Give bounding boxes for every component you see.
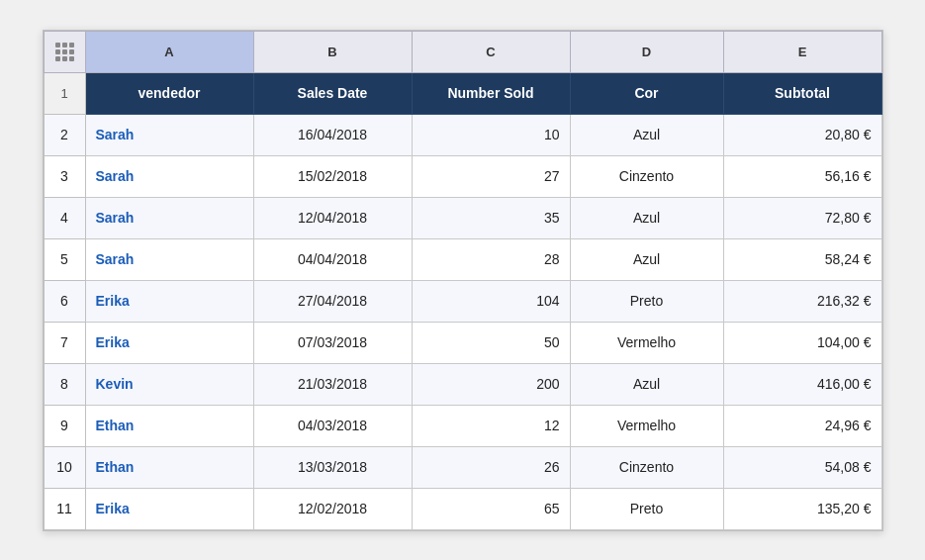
cell-vendedor[interactable]: Sarah	[85, 197, 253, 238]
cell-sales-date: 13/03/2018	[253, 446, 412, 488]
row-num: 10	[44, 446, 85, 488]
col-letter-d[interactable]: D	[570, 31, 723, 72]
cell-vendedor[interactable]: Ethan	[85, 405, 253, 446]
cell-cor: Azul	[570, 363, 723, 405]
spreadsheet: A B C D E 1 vendedor Sales Date Number S…	[43, 30, 883, 531]
row-num: 7	[44, 322, 85, 363]
col-letter-a[interactable]: A	[85, 31, 253, 72]
row-num-1: 1	[44, 72, 85, 114]
cell-cor: Cinzento	[570, 446, 723, 488]
row-num: 6	[44, 280, 85, 322]
table-row: 10 Ethan 13/03/2018 26 Cinzento 54,08 €	[44, 446, 881, 488]
grid-icon	[55, 43, 74, 61]
row-num: 3	[44, 155, 85, 197]
cell-cor: Azul	[570, 197, 723, 238]
row-num: 4	[44, 197, 85, 238]
table-row: 3 Sarah 15/02/2018 27 Cinzento 56,16 €	[44, 155, 881, 197]
column-letters-row: A B C D E	[44, 31, 881, 72]
cell-vendedor[interactable]: Erika	[85, 280, 253, 322]
col-letter-c[interactable]: C	[412, 31, 570, 72]
cell-number-sold: 12	[412, 405, 570, 446]
cell-number-sold: 35	[412, 197, 570, 238]
cell-subtotal: 20,80 €	[723, 114, 881, 155]
cell-cor: Vermelho	[570, 322, 723, 363]
cell-subtotal: 58,24 €	[723, 238, 881, 280]
cell-cor: Preto	[570, 280, 723, 322]
table-row: 9 Ethan 04/03/2018 12 Vermelho 24,96 €	[44, 405, 881, 446]
cell-vendedor[interactable]: Sarah	[85, 238, 253, 280]
cell-number-sold: 65	[412, 488, 570, 529]
cell-number-sold: 27	[412, 155, 570, 197]
cell-subtotal: 72,80 €	[723, 197, 881, 238]
cell-vendedor[interactable]: Sarah	[85, 114, 253, 155]
cell-subtotal: 135,20 €	[723, 488, 881, 529]
cell-cor: Cinzento	[570, 155, 723, 197]
table-row: 7 Erika 07/03/2018 50 Vermelho 104,00 €	[44, 322, 881, 363]
cell-number-sold: 10	[412, 114, 570, 155]
header-vendedor: vendedor	[85, 72, 253, 114]
cell-sales-date: 16/04/2018	[253, 114, 412, 155]
cell-subtotal: 56,16 €	[723, 155, 881, 197]
header-number-sold: Number Sold	[412, 72, 570, 114]
cell-number-sold: 28	[412, 238, 570, 280]
row-num: 2	[44, 114, 85, 155]
header-subtotal: Subtotal	[723, 72, 881, 114]
cell-vendedor[interactable]: Sarah	[85, 155, 253, 197]
header-row: 1 vendedor Sales Date Number Sold Cor Su…	[44, 72, 881, 114]
table-row: 2 Sarah 16/04/2018 10 Azul 20,80 €	[44, 114, 881, 155]
cell-cor: Azul	[570, 238, 723, 280]
cell-vendedor[interactable]: Erika	[85, 322, 253, 363]
cell-cor: Preto	[570, 488, 723, 529]
cell-number-sold: 26	[412, 446, 570, 488]
cell-sales-date: 04/03/2018	[253, 405, 412, 446]
cell-sales-date: 15/02/2018	[253, 155, 412, 197]
cell-cor: Azul	[570, 114, 723, 155]
cell-number-sold: 50	[412, 322, 570, 363]
cell-subtotal: 54,08 €	[723, 446, 881, 488]
cell-vendedor[interactable]: Kevin	[85, 363, 253, 405]
cell-vendedor[interactable]: Ethan	[85, 446, 253, 488]
cell-sales-date: 12/02/2018	[253, 488, 412, 529]
row-num: 9	[44, 405, 85, 446]
cell-number-sold: 104	[412, 280, 570, 322]
corner-cell	[44, 31, 85, 72]
header-sales-date: Sales Date	[253, 72, 412, 114]
table-row: 5 Sarah 04/04/2018 28 Azul 58,24 €	[44, 238, 881, 280]
cell-sales-date: 07/03/2018	[253, 322, 412, 363]
row-num: 5	[44, 238, 85, 280]
row-num: 8	[44, 363, 85, 405]
col-letter-b[interactable]: B	[253, 31, 412, 72]
table-row: 8 Kevin 21/03/2018 200 Azul 416,00 €	[44, 363, 881, 405]
table-row: 11 Erika 12/02/2018 65 Preto 135,20 €	[44, 488, 881, 529]
header-cor: Cor	[570, 72, 723, 114]
cell-sales-date: 27/04/2018	[253, 280, 412, 322]
cell-subtotal: 216,32 €	[723, 280, 881, 322]
cell-cor: Vermelho	[570, 405, 723, 446]
table-row: 4 Sarah 12/04/2018 35 Azul 72,80 €	[44, 197, 881, 238]
cell-vendedor[interactable]: Erika	[85, 488, 253, 529]
col-letter-e[interactable]: E	[723, 31, 881, 72]
cell-sales-date: 04/04/2018	[253, 238, 412, 280]
cell-subtotal: 24,96 €	[723, 405, 881, 446]
table-row: 6 Erika 27/04/2018 104 Preto 216,32 €	[44, 280, 881, 322]
cell-number-sold: 200	[412, 363, 570, 405]
cell-subtotal: 416,00 €	[723, 363, 881, 405]
cell-sales-date: 12/04/2018	[253, 197, 412, 238]
cell-sales-date: 21/03/2018	[253, 363, 412, 405]
cell-subtotal: 104,00 €	[723, 322, 881, 363]
row-num: 11	[44, 488, 85, 529]
